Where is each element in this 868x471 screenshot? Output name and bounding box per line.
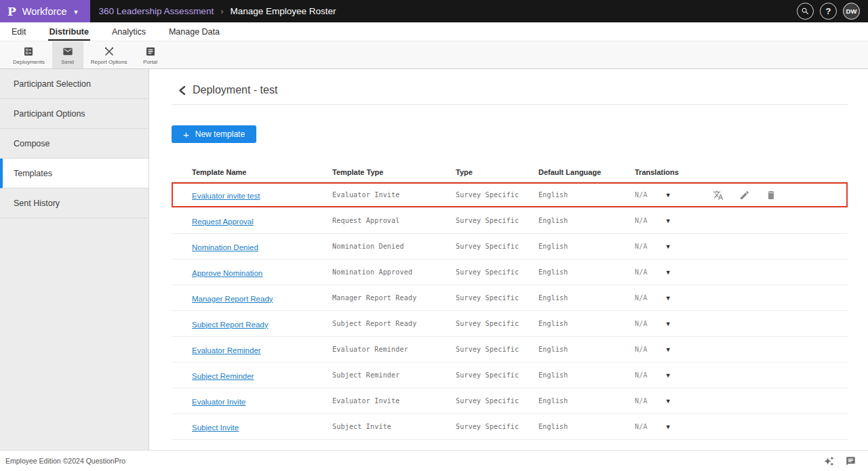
template-name-link[interactable]: Evaluator Reminder [192, 346, 261, 354]
copyright-text: Employee Edition ©2024 QuestionPro [5, 457, 125, 465]
translations-dropdown-button[interactable]: ▼ [665, 398, 671, 405]
template-name-link[interactable]: Nomination Denied [192, 243, 258, 251]
help-button[interactable]: ? [820, 3, 837, 20]
new-template-button[interactable]: + New template [172, 125, 256, 143]
workforce-product-menu[interactable]: P Workforce ▼ [0, 0, 90, 22]
translations-dropdown-button[interactable]: ▼ [665, 346, 671, 353]
template-name-link[interactable]: Manager Report Ready [192, 295, 273, 303]
translations-dropdown-button[interactable]: ▼ [665, 295, 671, 302]
type-cell: Survey Specific [456, 268, 538, 276]
type-cell: Survey Specific [456, 397, 538, 405]
main-content: Deployment - test + New template Templat… [149, 69, 868, 450]
menu-item-edit[interactable]: Edit [10, 24, 28, 41]
column-header-default-language: Default Language [538, 168, 635, 176]
topbar-actions: ? DW [797, 3, 868, 20]
type-cell: Survey Specific [456, 217, 538, 224]
sidebar-item-sent-history[interactable]: Sent History [0, 188, 149, 218]
translations-dropdown-button[interactable]: ▼ [665, 321, 671, 327]
sparkle-ai-button[interactable] [824, 456, 834, 466]
toolbar-label: Report Options [91, 59, 127, 65]
menu-item-analytics[interactable]: Analytics [111, 24, 147, 41]
template-table-row: Subject Reminder Subject Reminder Survey… [172, 363, 848, 388]
default-language-cell: English [538, 243, 635, 250]
translations-value: N/A [635, 268, 648, 276]
sidebar-item-templates[interactable]: Templates [0, 159, 149, 188]
template-name-link[interactable]: Subject Invite [192, 424, 239, 432]
toolbar-item-report-options[interactable]: Report Options [83, 41, 135, 68]
template-name-link[interactable]: Evaluator Invite [192, 398, 245, 406]
toolbar-item-send[interactable]: Send [52, 41, 83, 68]
product-name: Workforce [22, 6, 67, 17]
translations-dropdown-button[interactable]: ▼ [665, 243, 671, 250]
translations-value: N/A [635, 423, 648, 430]
translations-dropdown-button[interactable]: ▼ [665, 372, 671, 379]
deployments-icon [23, 46, 34, 57]
menu-item-distribute[interactable]: Distribute [48, 24, 90, 41]
template-type-cell: Manager Report Ready [332, 294, 456, 302]
translations-value: N/A [635, 217, 648, 224]
search-button[interactable] [797, 3, 814, 20]
column-header-translations: Translations [635, 168, 709, 176]
default-language-cell: English [538, 217, 635, 224]
menu-item-manage-data[interactable]: Manage Data [167, 24, 221, 41]
template-table-row: Nomination Denied Nomination Denied Surv… [172, 234, 848, 260]
template-name-link[interactable]: Evaluator invite test [192, 192, 260, 200]
template-table-row: Subject Invite Subject Invite Survey Spe… [172, 414, 848, 440]
plus-icon: + [183, 129, 189, 140]
back-button[interactable] [178, 85, 186, 96]
template-type-cell: Evaluator Invite [332, 397, 456, 405]
toolbar-label: Deployments [13, 59, 45, 65]
delete-trash-icon[interactable] [766, 190, 776, 201]
question-mark-icon: ? [826, 6, 831, 16]
template-type-cell: Request Approval [332, 217, 456, 224]
translate-icon[interactable] [713, 190, 724, 201]
footer: Employee Edition ©2024 QuestionPro [0, 450, 868, 471]
report-options-icon [104, 46, 115, 57]
template-name-link[interactable]: Subject Report Ready [192, 321, 269, 329]
toolbar-label: Send [61, 59, 74, 65]
translations-value: N/A [635, 243, 648, 250]
translations-value: N/A [635, 191, 648, 199]
sidebar-item-compose[interactable]: Compose [0, 129, 149, 159]
translations-value: N/A [635, 320, 648, 327]
page-title: Deployment - test [193, 84, 277, 96]
translations-dropdown-button[interactable]: ▼ [665, 269, 671, 276]
portal-icon [145, 46, 156, 57]
template-table-row: Evaluator invite test Evaluator Invite S… [172, 182, 848, 208]
sidebar: Participant Selection Participant Option… [0, 69, 149, 450]
template-name-link[interactable]: Subject Reminder [192, 372, 254, 380]
send-icon [62, 46, 73, 57]
template-type-cell: Nomination Denied [332, 243, 456, 250]
questionpro-logo: P [7, 5, 16, 18]
user-avatar[interactable]: DW [843, 3, 860, 20]
template-type-cell: Evaluator Reminder [332, 346, 456, 353]
sidebar-item-participant-selection[interactable]: Participant Selection [0, 69, 149, 99]
template-name-link[interactable]: Approve Nomination [192, 269, 262, 277]
type-cell: Survey Specific [456, 423, 538, 430]
sidebar-item-participant-options[interactable]: Participant Options [0, 99, 149, 129]
default-language-cell: English [538, 268, 635, 276]
search-icon [801, 7, 810, 16]
breadcrumb-parent-link[interactable]: 360 Leadership Assessment [99, 6, 214, 16]
translations-value: N/A [635, 371, 648, 379]
template-type-cell: Subject Report Ready [332, 320, 456, 327]
toolbar-item-deployments[interactable]: Deployments [5, 41, 52, 68]
translations-dropdown-button[interactable]: ▼ [665, 192, 671, 199]
template-name-link[interactable]: Request Approval [192, 218, 254, 226]
breadcrumb-separator: › [220, 6, 223, 16]
template-type-cell: Subject Reminder [332, 371, 456, 379]
translations-dropdown-button[interactable]: ▼ [665, 424, 671, 430]
template-table-row: Request Approval Request Approval Survey… [172, 208, 848, 234]
type-cell: Survey Specific [456, 191, 538, 199]
edit-pencil-icon[interactable] [739, 190, 750, 201]
feedback-chat-button[interactable] [846, 456, 856, 466]
template-type-cell: Nomination Approved [332, 268, 456, 276]
type-cell: Survey Specific [456, 371, 538, 379]
column-header-template-type: Template Type [332, 168, 456, 176]
template-table-row: Approve Nomination Nomination Approved S… [172, 260, 848, 285]
translations-dropdown-button[interactable]: ▼ [665, 218, 671, 224]
chevron-left-icon [178, 85, 186, 96]
template-type-cell: Evaluator Invite [332, 191, 456, 199]
app-window: P Workforce ▼ 360 Leadership Assessment … [0, 0, 868, 471]
toolbar-item-portal[interactable]: Portal [135, 41, 166, 68]
